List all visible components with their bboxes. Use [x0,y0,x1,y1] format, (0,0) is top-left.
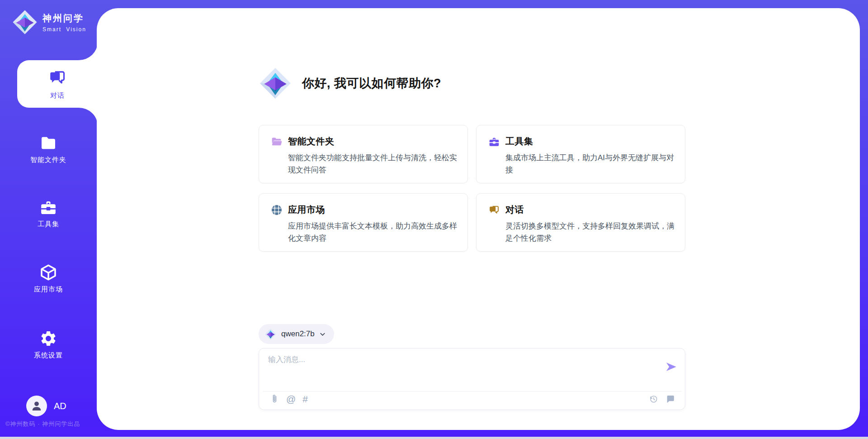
chat-icon [488,204,500,216]
card-app-market[interactable]: 应用市场 应用市场提供丰富长文本模板，助力高效生成多样化文章内容 [259,193,468,252]
user-initials: AD [54,401,66,411]
greeting-block: 你好, 我可以如何帮助你? [259,67,441,100]
message-input[interactable] [268,354,652,382]
send-button[interactable] [665,361,677,373]
topic-button[interactable]: # [302,394,308,404]
model-selector[interactable]: qwen2:7b [259,324,334,344]
chevron-down-icon [319,331,326,338]
chat-icon [48,68,67,87]
composer-tools-right [649,394,675,404]
mention-icon: @ [286,394,296,404]
active-tab-fillet-top [79,42,98,60]
card-title: 对话 [505,204,524,216]
active-tab-fillet-bottom [79,108,98,126]
sidebar-item-smart-folder[interactable]: 智能文件夹 [0,134,97,164]
history-icon [649,394,658,404]
user-account[interactable]: AD [26,396,66,416]
card-description: 集成市场上主流工具，助力AI与外界无缝扩展与对接 [488,152,676,176]
model-name: qwen2:7b [281,329,315,339]
brand-logo[interactable]: 神州问学 Smart Vision [12,9,86,35]
main-content-panel: 你好, 我可以如何帮助你? 智能文件夹 智能文件夹功能支持批量文件上传与清洗，轻… [97,8,860,430]
composer-divider [263,391,682,391]
sidebar-item-label: 工具集 [38,220,59,229]
sidebar-item-chat[interactable]: 对话 [17,60,98,108]
diamond-logo-icon [264,328,277,340]
card-title: 工具集 [505,135,533,148]
sidebar: 神州问学 Smart Vision 对话 智能文件夹 工具集 应用 [0,0,97,439]
person-icon [30,399,43,413]
feedback-button[interactable] [665,394,675,404]
mention-button[interactable]: @ [286,394,296,404]
feature-cards: 智能文件夹 智能文件夹功能支持批量文件上传与清洗，轻松实现文件问答 工具集 集成… [259,125,685,252]
history-button[interactable] [649,394,658,404]
sidebar-item-app-market[interactable]: 应用市场 [0,263,97,294]
card-description: 智能文件夹功能支持批量文件上传与清洗，轻松实现文件问答 [271,152,458,176]
toolbox-icon [39,198,57,216]
paperclip-icon [270,394,279,404]
sidebar-item-toolbox[interactable]: 工具集 [0,198,97,229]
greeting-text: 你好, 我可以如何帮助你? [302,75,441,91]
copyright-footer: ©神州数码 · 神州问学出品 [5,420,80,428]
folder-icon [39,134,57,152]
cube-icon [39,263,57,282]
composer-tools-left: @ # [270,394,308,404]
avatar [26,396,47,416]
card-chat[interactable]: 对话 灵活切换多模型文件，支持多样回复效果调试，满足个性化需求 [476,193,685,252]
sidebar-item-label: 智能文件夹 [30,156,66,164]
diamond-logo-icon [259,67,292,100]
diamond-logo-icon [12,9,38,35]
card-title: 应用市场 [288,204,325,216]
scrollbar-track[interactable] [0,437,868,439]
brand-name-en: Smart Vision [42,26,86,33]
sidebar-item-label: 应用市场 [34,285,63,294]
briefcase-icon [488,136,500,148]
card-description: 灵活切换多模型文件，支持多样回复效果调试，满足个性化需求 [488,220,676,244]
brand-name-zh: 神州问学 [42,12,86,24]
sidebar-item-settings[interactable]: 系统设置 [0,329,97,360]
sidebar-item-label: 系统设置 [34,351,63,360]
send-icon [665,361,677,373]
card-smart-folder[interactable]: 智能文件夹 智能文件夹功能支持批量文件上传与清洗，轻松实现文件问答 [259,125,468,183]
message-composer: @ # [259,348,685,410]
folder-open-icon [271,136,283,148]
attach-button[interactable] [270,394,279,404]
topic-icon: # [302,394,308,404]
card-description: 应用市场提供丰富长文本模板，助力高效生成多样化文章内容 [271,220,458,244]
card-title: 智能文件夹 [288,135,335,148]
message-square-icon [665,394,675,404]
gear-icon [39,329,57,348]
app-market-icon [271,204,283,216]
card-toolbox[interactable]: 工具集 集成市场上主流工具，助力AI与外界无缝扩展与对接 [476,125,685,183]
sidebar-item-label: 对话 [50,91,65,100]
